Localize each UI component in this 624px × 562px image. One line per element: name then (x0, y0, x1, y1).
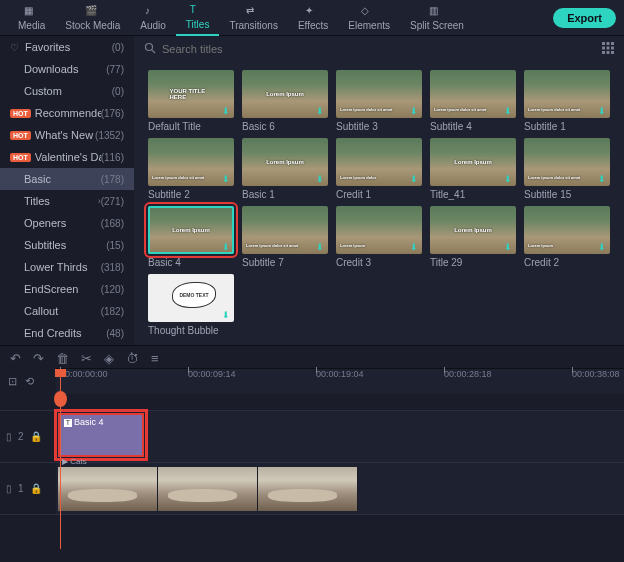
track-lock-icon[interactable]: 🔒 (30, 431, 42, 442)
title-thumbnail[interactable]: Lorem ipsum dolor sit amet ⬇ (524, 138, 610, 186)
sidebar-item-endscreen[interactable]: EndScreen (120) (0, 278, 134, 300)
sidebar-item-subtitles[interactable]: Subtitles (15) (0, 234, 134, 256)
title-thumbnail[interactable]: Lorem Ipsum ⬇ (430, 138, 516, 186)
title-thumbnail[interactable]: Lorem Ipsum ⬇ (430, 206, 516, 254)
download-icon[interactable]: ⬇ (504, 174, 514, 184)
track-visibility-icon[interactable]: ▯ (6, 483, 12, 494)
title-tile[interactable]: Lorem ipsum ⬇ Credit 2 (524, 206, 610, 268)
title-thumbnail[interactable]: Lorem ipsum dolor sit amet ⬇ (336, 70, 422, 118)
title-tile[interactable]: DEMO TEXT ⬇ Thought Bubble (148, 274, 234, 336)
title-tile[interactable]: Lorem ipsum dolor sit amet ⬇ Subtitle 2 (148, 138, 234, 200)
download-icon[interactable]: ⬇ (598, 242, 608, 252)
tab-elements[interactable]: ◇Elements (338, 1, 400, 35)
sidebar-item-downloads[interactable]: Downloads (77) (0, 58, 134, 80)
sidebar-item-favorites[interactable]: ♡ Favorites (0) (0, 36, 134, 58)
title-thumbnail[interactable]: Lorem Ipsum ⬇ (242, 70, 328, 118)
download-icon[interactable]: ⬇ (222, 242, 232, 252)
tab-split screen[interactable]: ▥Split Screen (400, 1, 474, 35)
split-icon[interactable]: ✂ (81, 351, 92, 366)
title-thumbnail[interactable]: Lorem ipsum ⬇ (524, 206, 610, 254)
title-tile[interactable]: Lorem ipsum dolor sit amet ⬇ Subtitle 1 (524, 70, 610, 132)
title-thumbnail[interactable]: Lorem ipsum dolor sit amet ⬇ (430, 70, 516, 118)
track-number: 1 (18, 483, 24, 494)
track-lock-icon[interactable]: 🔒 (30, 483, 42, 494)
crop-icon[interactable]: ◈ (104, 351, 114, 366)
tab-audio[interactable]: ♪Audio (130, 1, 176, 35)
sidebar-item-lower-thirds[interactable]: Lower Thirds (318) (0, 256, 134, 278)
download-icon[interactable]: ⬇ (504, 106, 514, 116)
title-thumbnail[interactable]: DEMO TEXT ⬇ (148, 274, 234, 322)
title-tile[interactable]: Lorem ipsum ⬇ Credit 3 (336, 206, 422, 268)
download-icon[interactable]: ⬇ (222, 106, 232, 116)
title-thumbnail[interactable]: Lorem ipsum dolor sit amet ⬇ (242, 206, 328, 254)
title-tile[interactable]: Lorem Ipsum ⬇ Basic 1 (242, 138, 328, 200)
adjust-icon[interactable]: ≡ (151, 351, 159, 366)
video-clip[interactable]: ▶ Cats (58, 467, 358, 511)
download-icon[interactable]: ⬇ (598, 174, 608, 184)
video-track[interactable]: ▯ 1 🔒 ▶ Cats (0, 463, 624, 515)
download-icon[interactable]: ⬇ (222, 310, 232, 320)
download-icon[interactable]: ⬇ (410, 242, 420, 252)
title-tile[interactable]: YOUR TITLE HERE ⬇ Default Title (148, 70, 234, 132)
track-visibility-icon[interactable]: ▯ (6, 431, 12, 442)
speed-icon[interactable]: ⏱ (126, 351, 139, 366)
title-tile[interactable]: Lorem Ipsum ⬇ Title 29 (430, 206, 516, 268)
download-icon[interactable]: ⬇ (410, 106, 420, 116)
title-tile[interactable]: Lorem ipsum dolor sit amet ⬇ Subtitle 15 (524, 138, 610, 200)
sidebar-item-valentine-s-day[interactable]: HOT Valentine's Day (116) (0, 146, 134, 168)
title-tile[interactable]: Lorem ipsum dolor sit amet ⬇ Subtitle 7 (242, 206, 328, 268)
title-tile[interactable]: Lorem Ipsum ⬇ Basic 4 (148, 206, 234, 268)
tab-titles[interactable]: TTitles (176, 0, 220, 36)
video-clip-icon: ▶ (62, 457, 68, 466)
sidebar-item-openers[interactable]: Openers (168) (0, 212, 134, 234)
sidebar-item-what-s-new[interactable]: HOT What's New (1352) (0, 124, 134, 146)
title-tile[interactable]: Lorem ipsum dolor sit amet ⬇ Subtitle 3 (336, 70, 422, 132)
title-tile[interactable]: Lorem ipsum dolor sit amet ⬇ Subtitle 4 (430, 70, 516, 132)
sidebar-item-titles[interactable]: Titles › (271) (0, 190, 134, 212)
title-thumbnail[interactable]: Lorem ipsum dolor sit amet ⬇ (148, 138, 234, 186)
download-icon[interactable]: ⬇ (316, 106, 326, 116)
title-thumbnail[interactable]: Lorem ipsum dolor sit amet ⬇ (524, 70, 610, 118)
link-icon[interactable]: ⟲ (25, 375, 34, 388)
title-clip[interactable]: TBasic 4 (58, 413, 144, 457)
title-tile[interactable]: Lorem Ipsum ⬇ Title_41 (430, 138, 516, 200)
sidebar-item-social-media[interactable]: Social Media (162) (0, 344, 134, 345)
title-thumbnail[interactable]: Lorem Ipsum ⬇ (242, 138, 328, 186)
export-button[interactable]: Export (553, 8, 616, 28)
download-icon[interactable]: ⬇ (598, 106, 608, 116)
title-tile[interactable]: Lorem ipsum dolor ⬇ Credit 1 (336, 138, 422, 200)
sidebar-item-basic[interactable]: Basic (178) (0, 168, 134, 190)
download-icon[interactable]: ⬇ (410, 174, 420, 184)
snap-icon[interactable]: ⊡ (8, 375, 17, 388)
tab-transitions[interactable]: ⇄Transitions (219, 1, 288, 35)
title-thumbnail[interactable]: YOUR TITLE HERE ⬇ (148, 70, 234, 118)
sidebar-item-label: Valentine's Day (35, 151, 101, 163)
undo-icon[interactable]: ↶ (10, 351, 21, 366)
sidebar-item-recommended[interactable]: HOT Recommended (176) (0, 102, 134, 124)
tab-label: Stock Media (65, 20, 120, 31)
tab-media[interactable]: ▦Media (8, 1, 55, 35)
sidebar-item-callout[interactable]: Callout (182) (0, 300, 134, 322)
delete-icon[interactable]: 🗑 (56, 351, 69, 366)
download-icon[interactable]: ⬇ (316, 174, 326, 184)
grid-view-icon[interactable] (602, 42, 614, 56)
download-icon[interactable]: ⬇ (504, 242, 514, 252)
download-icon[interactable]: ⬇ (316, 242, 326, 252)
download-icon[interactable]: ⬇ (222, 174, 232, 184)
title-thumbnail[interactable]: Lorem ipsum ⬇ (336, 206, 422, 254)
tab-effects[interactable]: ✦Effects (288, 1, 338, 35)
timeline-ruler[interactable]: 00:00:00:0000:00:09:1400:00:19:0400:00:2… (56, 368, 624, 394)
redo-icon[interactable]: ↷ (33, 351, 44, 366)
search-input[interactable] (162, 43, 596, 55)
title-thumbnail[interactable]: Lorem Ipsum ⬇ (148, 206, 234, 254)
playhead[interactable] (60, 369, 61, 549)
svg-rect-6 (607, 47, 610, 50)
sidebar-item-end-credits[interactable]: End Credits (48) (0, 322, 134, 344)
title-tile-label: Subtitle 2 (148, 189, 234, 200)
sidebar-item-custom[interactable]: Custom (0) (0, 80, 134, 102)
title-track[interactable]: ▯ 2 🔒 TBasic 4 (0, 411, 624, 463)
title-tile[interactable]: Lorem Ipsum ⬇ Basic 6 (242, 70, 328, 132)
tab-stock media[interactable]: 🎬Stock Media (55, 1, 130, 35)
title-thumbnail[interactable]: Lorem ipsum dolor ⬇ (336, 138, 422, 186)
sidebar-item-label: Openers (24, 217, 101, 229)
